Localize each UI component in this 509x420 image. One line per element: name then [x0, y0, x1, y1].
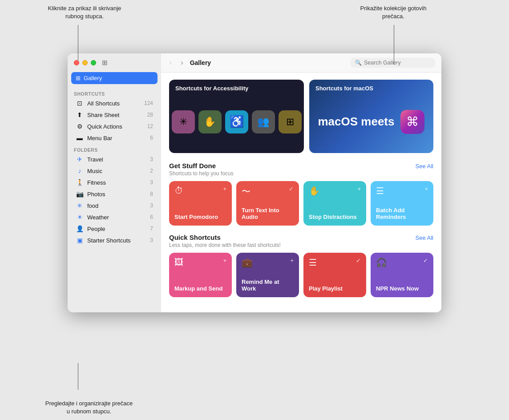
quick-shortcuts-cards: 🖼 + Markup and Send 💼 + Remind Me at Wor… [169, 253, 433, 297]
card-remind-work[interactable]: 💼 + Remind Me at Work [236, 253, 299, 297]
shortcuts-logo: ⌘ [400, 110, 424, 134]
audio-label: Turn Text Into Audio [242, 203, 294, 220]
card-top-7: ☰ ✓ [309, 257, 361, 268]
weather-icon: ☀ [76, 214, 84, 221]
quick-shortcuts-title: Quick Shortcuts [169, 234, 221, 241]
annotation-sidebar-browse: Pregledajte i organizirajte prečace u ru… [44, 400, 133, 416]
playlist-icon: ☰ [309, 257, 317, 268]
starter-shortcuts-label: Starter Shortcuts [87, 237, 146, 244]
fitness-count: 3 [150, 179, 153, 186]
fitness-label: Fitness [87, 179, 146, 186]
forward-button[interactable]: › [178, 58, 185, 68]
card-npr-news[interactable]: 🎧 ✓ NPR News Now [371, 253, 433, 297]
food-icon: ✳ [76, 202, 84, 209]
card-batch-add-reminders[interactable]: ☰ + Batch Add Reminders [371, 181, 433, 226]
sidebar-item-food[interactable]: ✳ food 3 [69, 200, 159, 211]
quick-shortcuts-see-all[interactable]: See All [416, 234, 433, 241]
menu-bar-count: 6 [150, 135, 153, 141]
sidebar-item-music[interactable]: ♪ Music 2 [69, 165, 159, 177]
sidebar-item-fitness[interactable]: 🚶 Fitness 3 [69, 177, 159, 188]
npr-check-icon: ✓ [423, 257, 428, 264]
banner-accessibility[interactable]: Shortcuts for Accessibility ✳ ✋ ♿ 👥 ⊞ [169, 80, 304, 153]
sidebar-item-share-sheet[interactable]: ⬆ Share Sheet 28 [69, 109, 159, 121]
playlist-check-icon: ✓ [356, 257, 361, 264]
close-button[interactable] [74, 60, 79, 65]
audio-icon: 〜 [242, 186, 250, 198]
sidebar-item-all-shortcuts[interactable]: ⊡ All Shortcuts 124 [69, 97, 159, 109]
gallery-label: Gallery [84, 75, 102, 81]
sidebar-item-photos[interactable]: 📷 Photos 8 [69, 188, 159, 200]
banners-row: Shortcuts for Accessibility ✳ ✋ ♿ 👥 ⊞ Sh… [169, 80, 433, 153]
npr-icon: 🎧 [376, 257, 387, 268]
card-markup-send[interactable]: 🖼 + Markup and Send [169, 253, 232, 297]
a11y-icon-3: ♿ [225, 110, 248, 133]
pomodoro-add-icon: + [223, 186, 226, 192]
back-button[interactable]: ‹ [167, 58, 174, 68]
photos-count: 8 [150, 191, 153, 197]
banner-title-macos: Shortcuts for macOS [315, 85, 373, 92]
annotation-sidebar-toggle: Kliknite za prikaz ili skrivanje rubnog … [44, 4, 125, 20]
quick-shortcuts-header: Quick Shortcuts See All [169, 234, 433, 241]
card-start-pomodoro[interactable]: ⏱ + Start Pomodoro [169, 181, 232, 226]
search-box[interactable]: 🔍 [351, 58, 435, 68]
get-stuff-done-see-all[interactable]: See All [416, 163, 433, 170]
share-sheet-icon: ⬆ [76, 111, 84, 118]
callout-line-bottom [78, 363, 78, 390]
pomodoro-icon: ⏱ [174, 186, 183, 196]
weather-label: Weather [87, 214, 146, 221]
minimize-button[interactable] [82, 60, 88, 65]
food-label: food [87, 202, 146, 209]
music-icon: ♪ [76, 167, 84, 174]
get-stuff-done-title: Get Stuff Done [169, 162, 216, 170]
share-sheet-label: Share Sheet [87, 112, 144, 118]
menu-bar-icon: ▬ [76, 134, 84, 141]
sidebar-item-weather[interactable]: ☀ Weather 6 [69, 211, 159, 223]
people-icon: 👤 [76, 225, 84, 232]
folders-section-label: Folders [68, 144, 161, 153]
quick-actions-label: Quick Actions [87, 123, 144, 130]
main-content: Shortcuts for Accessibility ✳ ✋ ♿ 👥 ⊞ Sh… [161, 73, 441, 312]
audio-check-icon: ✓ [289, 186, 294, 192]
starter-shortcuts-icon: ▣ [76, 237, 84, 244]
remind-icon: 💼 [242, 257, 253, 268]
travel-label: Travel [87, 156, 146, 163]
starter-shortcuts-count: 3 [150, 237, 153, 243]
batch-icon: ☰ [376, 186, 384, 196]
search-input[interactable] [364, 60, 426, 66]
markup-icon: 🖼 [174, 257, 183, 267]
share-sheet-count: 28 [147, 112, 153, 118]
gallery-button[interactable]: ⊞ Gallery [71, 72, 158, 84]
music-count: 2 [150, 168, 153, 174]
sidebar-toggle-icon[interactable]: ⊞ [102, 59, 108, 67]
get-stuff-done-cards: ⏱ + Start Pomodoro 〜 ✓ Turn Text Into Au… [169, 181, 433, 226]
quick-actions-icon: ⚙ [76, 123, 84, 130]
search-icon: 🔍 [355, 60, 362, 66]
sidebar-item-menu-bar[interactable]: ▬ Menu Bar 6 [69, 132, 159, 144]
card-top: ⏱ + [174, 186, 226, 196]
card-turn-text-audio[interactable]: 〜 ✓ Turn Text Into Audio [236, 181, 299, 226]
banner-macos[interactable]: Shortcuts for macOS macOS meets ⌘ [309, 80, 433, 153]
card-play-playlist[interactable]: ☰ ✓ Play Playlist [303, 253, 366, 297]
card-top-6: 💼 + [242, 257, 294, 268]
pomodoro-label: Start Pomodoro [174, 210, 226, 220]
maximize-button[interactable] [91, 60, 96, 65]
callout-line-left [78, 25, 78, 61]
annotation-gallery: Prikažite kolekcije gotovih prečaca. [349, 4, 438, 20]
shortcuts-section-label: Shortcuts [68, 88, 161, 97]
banner-title-accessibility: Shortcuts for Accessibility [175, 85, 248, 92]
main-titlebar: ‹ › Gallery 🔍 [161, 53, 441, 73]
fitness-icon: 🚶 [76, 179, 84, 186]
all-shortcuts-count: 124 [144, 100, 153, 106]
card-stop-distractions[interactable]: ✋ + Stop Distractions [303, 181, 366, 226]
stop-add-icon: + [357, 186, 361, 192]
sidebar: ⊞ ⊞ Gallery Shortcuts ⊡ All Shortcuts 12… [68, 53, 161, 312]
a11y-icon-1: ✳ [172, 110, 195, 133]
batch-add-icon: + [424, 186, 428, 192]
card-top-2: 〜 ✓ [242, 186, 294, 198]
sidebar-item-travel[interactable]: ✈ Travel 3 [69, 153, 159, 165]
sidebar-item-starter-shortcuts[interactable]: ▣ Starter Shortcuts 3 [69, 234, 159, 246]
a11y-icon-5: ⊞ [279, 110, 302, 133]
sidebar-item-people[interactable]: 👤 People 7 [69, 223, 159, 234]
get-stuff-done-header: Get Stuff Done See All [169, 162, 433, 170]
sidebar-item-quick-actions[interactable]: ⚙ Quick Actions 12 [69, 121, 159, 132]
